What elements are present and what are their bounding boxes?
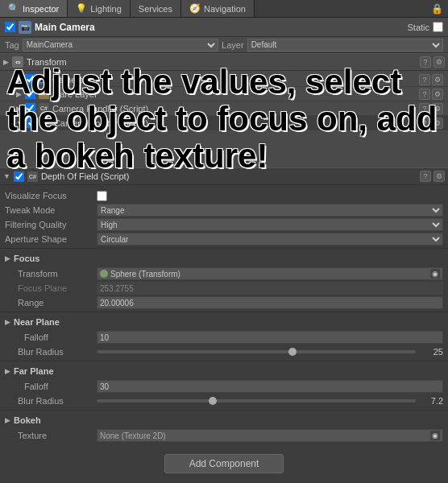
tweak-mode-select[interactable]: Range [97, 204, 443, 217]
far-plane-label: Far Plane [14, 366, 54, 376]
texture-value: None (Texture 2D) [100, 431, 430, 440]
visualize-focus-label: Visualize Focus [5, 191, 93, 200]
near-blur-value: 25 [419, 347, 443, 357]
layer-label: Layer [222, 40, 244, 50]
nav-icon: 🧭 [189, 3, 201, 14]
object-enabled-checkbox[interactable] [5, 22, 15, 32]
transform-pick-btn[interactable]: ◉ [430, 269, 440, 279]
near-plane-label: Near Plane [14, 317, 60, 327]
visualize-focus-checkbox[interactable] [97, 191, 107, 201]
transform-value: Sphere (Transform) [110, 270, 428, 279]
far-blur-value: 7.2 [419, 396, 443, 406]
layer-select[interactable]: Default [247, 39, 443, 52]
far-falloff-row: Falloff 30 [0, 379, 448, 394]
focus-plane-label: Focus Plane [5, 283, 93, 293]
divider-3 [0, 361, 448, 361]
near-blur-thumb [288, 348, 297, 356]
focus-section-header[interactable]: ▶ Focus [0, 250, 448, 266]
filtering-quality-label: Filtering Quality [5, 220, 93, 229]
focus-plane-input[interactable] [97, 282, 443, 295]
divider-2 [0, 312, 448, 312]
focus-section-label: Focus [14, 254, 39, 263]
far-blur-row: Blur Radius 7.2 [0, 394, 448, 408]
filtering-quality-row: Filtering Quality High [0, 217, 448, 232]
focus-transform-label: Transform [5, 269, 93, 279]
navigation-tab-label: Navigation [204, 4, 246, 14]
range-input[interactable]: 20.00006 [97, 296, 443, 309]
filtering-quality-select[interactable]: High [97, 218, 443, 231]
overlay-annotation-text: Adjust the values, select the object to … [0, 71, 448, 167]
near-plane-header[interactable]: ▶ Near Plane [0, 314, 448, 330]
near-blur-slider-container: 25 [97, 347, 443, 357]
inspector-tab-label: Inspector [23, 4, 59, 14]
texture-field[interactable]: None (Texture 2D) ◉ [97, 429, 443, 442]
components-overlay-area: ▶ 📷 Camera ? ⚙ ▶ ✦ Flare Layer ? ⚙ [0, 71, 448, 167]
far-plane-header[interactable]: ▶ Far Plane [0, 363, 448, 379]
aperture-shape-select[interactable]: Circular [97, 233, 443, 246]
tab-lighting[interactable]: 💡 Lighting [68, 0, 131, 17]
lock-icon[interactable]: 🔒 [426, 3, 448, 14]
main-panel: ▶ ⇔ Transform ? ⚙ ▶ 📷 Camera ? ⚙ ▶ [0, 53, 448, 483]
texture-label: Texture [5, 431, 93, 440]
near-falloff-label: Falloff [5, 332, 93, 342]
object-name: Main Camera [35, 22, 404, 33]
dof-properties: Visualize Focus Tweak Mode Range Filteri… [0, 185, 448, 446]
tab-services[interactable]: Services [131, 0, 181, 17]
tab-navigation[interactable]: 🧭 Navigation [181, 0, 255, 17]
near-blur-slider[interactable] [97, 350, 416, 353]
object-header: 📷 Main Camera Static [0, 18, 448, 37]
tweak-mode-row: Tweak Mode Range [0, 203, 448, 217]
bokeh-label: Bokeh [14, 415, 41, 425]
services-tab-label: Services [139, 4, 172, 14]
far-falloff-input[interactable]: 30 [97, 380, 443, 393]
sphere-icon [100, 270, 108, 278]
focus-plane-row: Focus Plane [0, 281, 448, 295]
range-row: Range 20.00006 [0, 295, 448, 310]
tag-select[interactable]: MainCamera [23, 39, 218, 52]
static-checkbox[interactable] [433, 22, 443, 32]
near-falloff-input[interactable]: 10 [97, 331, 443, 344]
texture-row: Texture None (Texture 2D) ◉ [0, 428, 448, 443]
far-plane-arrow: ▶ [5, 367, 10, 375]
static-label: Static [407, 23, 429, 32]
bokeh-arrow: ▶ [5, 416, 10, 424]
focus-transform-field[interactable]: Sphere (Transform) ◉ [97, 267, 443, 280]
divider-1 [0, 248, 448, 249]
tab-inspector[interactable]: 🔍 Inspector [0, 0, 68, 17]
add-component-button[interactable]: Add Component [164, 454, 284, 473]
far-blur-thumb [209, 397, 217, 405]
lighting-icon: 💡 [76, 3, 87, 14]
texture-pick-btn[interactable]: ◉ [430, 431, 440, 440]
near-plane-arrow: ▶ [5, 318, 10, 326]
range-label: Range [5, 298, 93, 308]
far-blur-slider[interactable] [97, 399, 416, 402]
tweak-mode-label: Tweak Mode [5, 205, 93, 215]
aperture-shape-label: Aperture Shape [5, 234, 93, 244]
far-blur-slider-container: 7.2 [97, 396, 443, 406]
bokeh-section-header[interactable]: ▶ Bokeh [0, 412, 448, 428]
focus-section-arrow: ▶ [5, 254, 10, 262]
near-blur-row: Blur Radius 25 [0, 345, 448, 359]
divider-4 [0, 410, 448, 411]
tag-label: Tag [5, 40, 19, 50]
near-falloff-row: Falloff 10 [0, 330, 448, 345]
visualize-focus-row: Visualize Focus [0, 188, 448, 203]
add-component-area: Add Component [0, 446, 448, 483]
lighting-tab-label: Lighting [90, 4, 122, 14]
near-blur-label: Blur Radius [5, 347, 93, 357]
focus-transform-row: Transform Sphere (Transform) ◉ [0, 266, 448, 281]
tag-layer-row: Tag MainCamera Layer Default [0, 37, 448, 53]
tab-bar: 🔍 Inspector 💡 Lighting Services 🧭 Naviga… [0, 0, 448, 18]
far-blur-label: Blur Radius [5, 396, 93, 406]
object-icon: 📷 [19, 21, 31, 34]
aperture-shape-row: Aperture Shape Circular [0, 232, 448, 246]
far-falloff-label: Falloff [5, 382, 93, 391]
inspector-icon: 🔍 [8, 3, 19, 14]
